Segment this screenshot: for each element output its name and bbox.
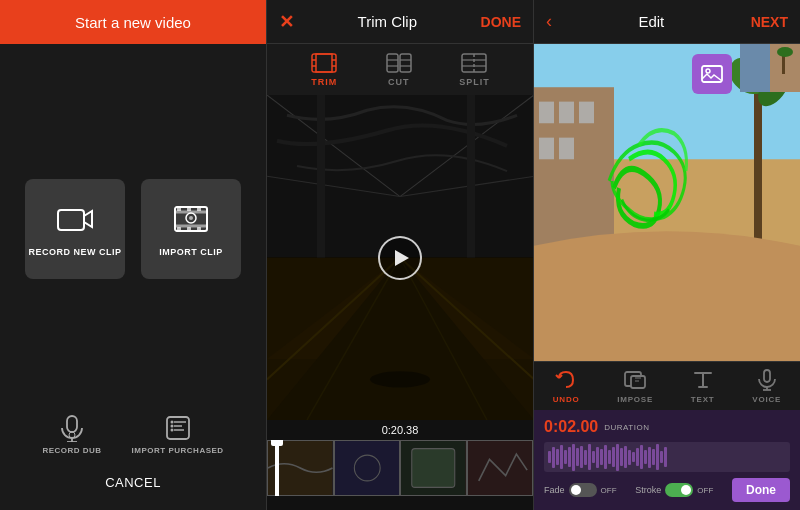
timeline-timestamp: 0:20.38: [267, 424, 533, 436]
panel3-header: ‹ Edit NEXT: [534, 0, 800, 44]
bottom-controls-row: Fade OFF Stroke OFF Done: [544, 478, 790, 502]
timeline-thumb-4: [467, 440, 534, 496]
svg-point-63: [777, 47, 793, 57]
tab-trim[interactable]: TRIM: [310, 52, 338, 87]
tab-split[interactable]: SPLIT: [459, 52, 490, 87]
svg-rect-0: [58, 210, 84, 230]
timeline-area: 0:20.38: [267, 420, 533, 510]
panel1-title: Start a new video: [75, 14, 191, 31]
svg-rect-4: [177, 207, 181, 211]
import-clip-label: IMPORT CLIP: [159, 247, 223, 257]
tool-voice[interactable]: VOICE: [752, 368, 781, 404]
waveform-bar: [564, 450, 567, 464]
thumb-3-visual: [401, 441, 466, 495]
svg-point-19: [170, 429, 173, 432]
waveform-bar: [636, 448, 639, 466]
svg-rect-5: [187, 207, 191, 211]
import-purchased-button[interactable]: IMPORT PURCHASED: [132, 414, 224, 455]
waveform-bar: [620, 448, 623, 466]
svg-point-65: [706, 69, 710, 73]
panel-trim-clip: ✕ Trim Clip DONE TRIM: [267, 0, 534, 510]
split-icon: [460, 52, 488, 74]
svg-rect-46: [468, 441, 533, 495]
waveform-bar: [640, 445, 643, 469]
waveform-bar: [652, 449, 655, 466]
tool-text-label: TEXT: [691, 395, 715, 404]
panel-edit: ‹ Edit NEXT: [534, 0, 800, 510]
waveform-bar: [548, 451, 551, 463]
svg-rect-6: [197, 207, 201, 211]
stroke-label: Stroke: [635, 485, 661, 495]
waveform-bar: [596, 447, 599, 468]
svg-point-17: [170, 421, 173, 424]
tab-trim-label: TRIM: [311, 77, 337, 87]
svg-rect-8: [187, 227, 191, 231]
play-button[interactable]: [378, 236, 422, 280]
edit-preview-area: [534, 44, 800, 361]
record-clip-label: RECORD NEW CLIP: [29, 247, 122, 257]
close-button[interactable]: ✕: [279, 11, 294, 33]
next-button[interactable]: NEXT: [751, 14, 788, 30]
waveform-bar: [568, 447, 571, 467]
waveform-bar: [612, 447, 615, 467]
film-icon: [173, 201, 209, 237]
back-button[interactable]: ‹: [546, 11, 552, 32]
waveform-bar: [584, 450, 587, 465]
stroke-toggle[interactable]: [665, 483, 693, 497]
panel-start-video: Start a new video RECORD NEW CLIP: [0, 0, 267, 510]
cancel-button[interactable]: CANCEL: [105, 475, 161, 490]
svg-rect-60: [740, 44, 770, 92]
camera-icon: [57, 201, 93, 237]
stroke-off-label: OFF: [697, 486, 713, 495]
waveform-bar: [644, 450, 647, 464]
svg-rect-42: [335, 441, 400, 495]
tab-split-label: SPLIT: [459, 77, 490, 87]
waveform-bars: [544, 442, 790, 472]
svg-rect-68: [764, 370, 770, 382]
panel2-done-button[interactable]: DONE: [481, 14, 521, 30]
bottom-action-buttons: RECORD DUB IMPORT PURCHASED: [42, 414, 223, 455]
import-clip-button[interactable]: IMPORT CLIP: [141, 179, 241, 279]
timeline-strip[interactable]: [267, 440, 533, 496]
duration-label: DURATION: [604, 423, 649, 432]
waveform-bar: [632, 452, 635, 463]
waveform-bar: [616, 444, 619, 471]
waveform-bar: [664, 447, 667, 467]
svg-point-11: [189, 216, 193, 220]
mic-icon: [58, 414, 86, 442]
done-edit-button[interactable]: Done: [732, 478, 790, 502]
svg-rect-16: [167, 417, 189, 439]
svg-rect-62: [782, 54, 785, 74]
record-dub-label: RECORD DUB: [42, 446, 101, 455]
svg-rect-58: [559, 138, 574, 160]
waveform-bar: [628, 450, 631, 465]
image-icon: [700, 62, 724, 86]
svg-rect-57: [539, 138, 554, 160]
waveform-bar: [560, 445, 563, 469]
fade-off-label: OFF: [601, 486, 617, 495]
tab-cut[interactable]: CUT: [385, 52, 413, 87]
waveform-bar: [556, 449, 559, 466]
tool-impose[interactable]: IMPOSE: [617, 368, 653, 404]
record-dub-button[interactable]: RECORD DUB: [42, 414, 101, 455]
waveform-bar: [576, 448, 579, 466]
panel3-title: Edit: [638, 13, 664, 30]
tool-undo[interactable]: UNDO: [553, 368, 580, 404]
waveform-bar: [600, 449, 603, 466]
svg-rect-45: [412, 449, 455, 488]
svg-rect-26: [387, 54, 398, 72]
tool-text[interactable]: TEXT: [691, 368, 715, 404]
image-icon-box[interactable]: [692, 54, 732, 94]
svg-rect-9: [197, 227, 201, 231]
fade-toggle[interactable]: [569, 483, 597, 497]
svg-rect-54: [539, 102, 554, 124]
duration-row: 0:02.00 DURATION: [544, 418, 790, 436]
tool-impose-label: IMPOSE: [617, 395, 653, 404]
waveform-bar: [624, 446, 627, 469]
thumb-2-visual: [335, 441, 400, 495]
svg-rect-39: [317, 95, 325, 258]
timeline-left-handle[interactable]: [275, 440, 279, 496]
audio-waveform[interactable]: [544, 442, 790, 472]
svg-point-38: [370, 371, 430, 387]
record-clip-button[interactable]: RECORD NEW CLIP: [25, 179, 125, 279]
